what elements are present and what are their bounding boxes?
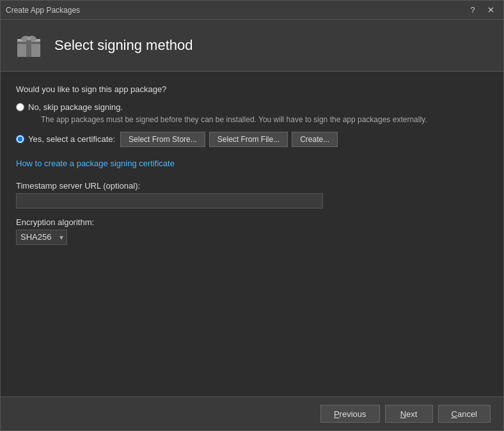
encryption-field: Encryption algorithm: SHA256 SHA384 SHA5… <box>16 217 488 245</box>
close-button[interactable]: ✕ <box>483 4 498 17</box>
radio-yes-option: Yes, select a certificate: Select From S… <box>16 129 488 147</box>
next-label: Next <box>400 409 418 419</box>
timestamp-input[interactable] <box>16 193 323 208</box>
radio-no-sublabel: The app packages must be signed before t… <box>41 114 427 125</box>
help-button[interactable]: ? <box>465 4 480 17</box>
header-section: Select signing method <box>1 20 503 72</box>
cert-buttons: Select From Store... Select From File...… <box>120 132 338 147</box>
select-from-store-button[interactable]: Select From Store... <box>120 132 205 147</box>
yes-radio-wrapper: Yes, select a certificate: <box>16 134 115 145</box>
content-area: Would you like to sign this app package?… <box>1 72 503 396</box>
package-icon <box>13 30 44 61</box>
cancel-button[interactable]: Cancel <box>438 405 491 423</box>
select-from-file-button[interactable]: Select From File... <box>209 132 288 147</box>
radio-no-label[interactable]: No, skip package signing. <box>28 102 123 112</box>
create-button[interactable]: Create... <box>292 132 338 147</box>
previous-label: Previous <box>334 409 366 419</box>
encryption-label: Encryption algorithm: <box>16 217 488 227</box>
question-text: Would you like to sign this app package? <box>16 84 488 94</box>
previous-button[interactable]: Previous <box>320 405 380 423</box>
window: Create App Packages ? ✕ <box>0 0 504 431</box>
form-section: Timestamp server URL (optional): Encrypt… <box>16 181 488 245</box>
radio-group: No, skip package signing. The app packag… <box>16 102 488 147</box>
title-bar-controls: ? ✕ <box>465 4 498 17</box>
header-title: Select signing method <box>54 37 193 54</box>
encryption-select[interactable]: SHA256 SHA384 SHA512 <box>16 230 67 245</box>
radio-no-input[interactable] <box>16 103 24 111</box>
cancel-label: Cancel <box>452 409 477 419</box>
timestamp-label: Timestamp server URL (optional): <box>16 181 488 191</box>
radio-yes-label[interactable]: Yes, select a certificate: <box>28 134 115 145</box>
radio-no-option: No, skip package signing. The app packag… <box>16 102 488 125</box>
title-bar: Create App Packages ? ✕ <box>1 1 503 20</box>
yes-row: Yes, select a certificate: Select From S… <box>16 132 488 147</box>
footer: Previous Next Cancel <box>1 396 503 430</box>
svg-rect-3 <box>17 42 40 44</box>
svg-point-6 <box>27 36 31 40</box>
encryption-select-wrapper: SHA256 SHA384 SHA512 ▼ <box>16 230 67 245</box>
radio-yes-input[interactable] <box>16 135 24 143</box>
window-title: Create App Packages <box>6 6 80 15</box>
next-button[interactable]: Next <box>385 405 433 423</box>
create-certificate-link[interactable]: How to create a package signing certific… <box>16 159 175 168</box>
timestamp-field: Timestamp server URL (optional): <box>16 181 488 208</box>
